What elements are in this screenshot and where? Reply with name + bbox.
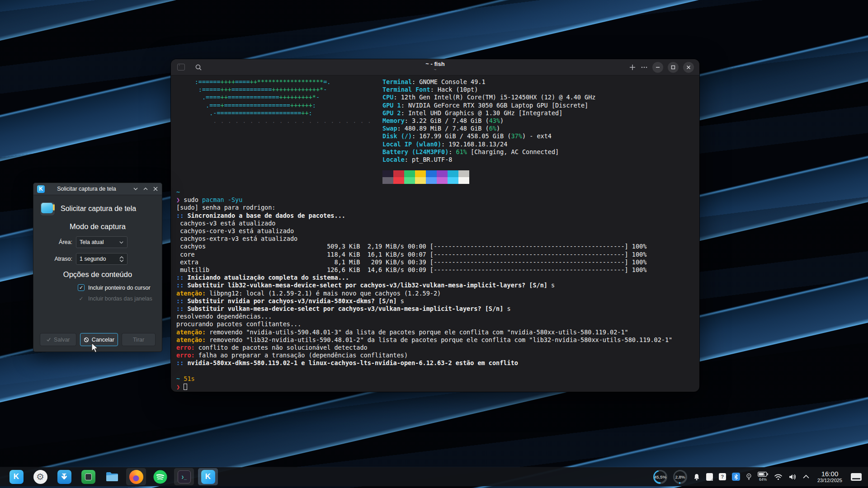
palette-swatch bbox=[404, 177, 415, 184]
gear-icon: ⚙ bbox=[33, 470, 47, 484]
dialog-close-icon[interactable] bbox=[153, 186, 158, 192]
shade-icon[interactable] bbox=[143, 186, 148, 192]
system-settings-button[interactable]: ⚙ bbox=[30, 468, 50, 485]
menu-icon[interactable] bbox=[641, 64, 648, 71]
cpu-tool-button[interactable] bbox=[78, 468, 98, 485]
digital-clock[interactable]: 16:00 23/12/2025 bbox=[817, 470, 842, 483]
delay-spinbox[interactable]: 1 segundo bbox=[76, 253, 127, 265]
include-pointer-checkbox[interactable]: ✓ Incluir ponteiro do cursor bbox=[78, 284, 156, 291]
spectacle-task-button[interactable]: K bbox=[198, 468, 218, 485]
terminal-line: .====++==============+++++++++*- bbox=[176, 94, 371, 101]
terminal-line: Memory: 3.22 GiB / 7.48 GiB (43%) bbox=[382, 117, 595, 125]
checkbox-checked-icon[interactable]: ✓ bbox=[78, 284, 85, 291]
terminal-line: resolvendo dependências... bbox=[176, 313, 694, 320]
console-task-button[interactable]: ❯_ bbox=[174, 468, 194, 485]
clock-date: 23/12/2025 bbox=[817, 478, 842, 483]
terminal-line: :: Substituir vulkan-mesa-device-select … bbox=[176, 305, 694, 313]
area-select[interactable]: Tela atual bbox=[76, 236, 127, 248]
discover-button[interactable] bbox=[54, 468, 74, 485]
screenshot-dialog[interactable]: K Solicitar captura de tela Solicitar ca… bbox=[33, 183, 162, 352]
terminal-line: ❯ bbox=[176, 383, 694, 391]
notifications-bell-icon[interactable] bbox=[693, 473, 700, 481]
spectacle-kde-icon: K bbox=[201, 470, 215, 484]
terminal-cursor bbox=[184, 384, 187, 390]
terminal-line: atenção: removendo "lib32-nvidia-utils-5… bbox=[176, 336, 694, 344]
terminal-scrollback: ~❯ sudo pacman -Syu[sudo] senha para rod… bbox=[176, 188, 694, 391]
spin-down-icon[interactable] bbox=[119, 259, 124, 262]
dialog-titlebar[interactable]: K Solicitar captura de tela bbox=[33, 183, 162, 195]
cpu-usage-gauge[interactable]: 2,8% bbox=[673, 470, 687, 484]
palette-swatch bbox=[426, 177, 437, 184]
palette-swatch bbox=[415, 170, 426, 177]
show-desktop-button[interactable] bbox=[851, 473, 862, 481]
palette-swatch bbox=[382, 170, 393, 177]
expand-tray-chevron-icon[interactable] bbox=[802, 474, 810, 479]
content-options-heading: Opções de conteúdo bbox=[40, 270, 156, 279]
discover-arrow-icon bbox=[57, 470, 71, 484]
palette-swatch bbox=[437, 170, 448, 177]
tab-overview-icon[interactable] bbox=[177, 64, 185, 70]
volume-icon[interactable] bbox=[788, 474, 797, 480]
maximize-button[interactable] bbox=[668, 62, 679, 73]
terminal-line: cachyos 509,3 KiB 2,19 MiB/s 00:00 [----… bbox=[176, 243, 694, 250]
battery-icon bbox=[758, 472, 768, 477]
terminal-content[interactable]: :======++++====++******************=. :=… bbox=[171, 75, 699, 391]
terminal-line: CPU: 12th Gen Intel(R) Core(TM) i5-12450… bbox=[382, 94, 595, 101]
terminal-line: .===+==================++++++: bbox=[176, 102, 371, 109]
clock-time: 16:00 bbox=[817, 470, 842, 478]
spin-up-icon[interactable] bbox=[119, 256, 124, 259]
dialog-title: Solicitar captura de tela bbox=[45, 186, 128, 192]
palette-swatch bbox=[382, 177, 393, 184]
terminal-line: .-=======================++: bbox=[176, 109, 371, 117]
terminal-line: ~ 51s bbox=[176, 375, 694, 383]
terminal-icon: ❯_ bbox=[178, 470, 191, 483]
terminal-line: Swap: 480.89 MiB / 7.48 GiB (6%) bbox=[382, 125, 595, 132]
wifi-icon[interactable] bbox=[774, 474, 783, 480]
terminal-line: atenção: removendo "nvidia-utils-590.48.… bbox=[176, 328, 694, 336]
spotify-icon bbox=[153, 470, 167, 484]
palette-swatch bbox=[426, 170, 437, 177]
terminal-line: Disk (/): 167.99 GiB / 458.05 GiB (37%) … bbox=[382, 132, 595, 140]
terminal-line: cachyos-v3 está atualizado bbox=[176, 220, 694, 227]
terminal-window[interactable]: ~ - fish ~ :======++++====++************… bbox=[171, 59, 699, 392]
terminal-line: cachyos-extra-v3 está atualizado bbox=[176, 235, 694, 243]
spotify-button[interactable] bbox=[150, 468, 170, 485]
firefox-icon bbox=[129, 470, 143, 484]
app-launcher-button[interactable]: K bbox=[6, 468, 26, 485]
dolphin-button[interactable] bbox=[102, 468, 122, 485]
mouse-cursor bbox=[90, 343, 100, 354]
terminal-line: :: Sincronizando a base de dados de paco… bbox=[176, 212, 694, 220]
keyboard-backlight-icon[interactable] bbox=[746, 473, 752, 481]
palette-swatch bbox=[448, 177, 458, 184]
new-tab-icon[interactable] bbox=[629, 64, 636, 71]
terminal-line: GPU 1: NVIDIA GeForce RTX 3050 6GB Lapto… bbox=[382, 102, 595, 109]
terminal-line: :======++++====++******************=. bbox=[176, 78, 371, 86]
help-icon[interactable]: ? bbox=[719, 473, 726, 480]
more-actions-icon[interactable] bbox=[133, 186, 138, 192]
terminal-line: :: nvidia-580xx-dkms-580.119.02-1 e linu… bbox=[176, 359, 694, 367]
terminal-titlebar[interactable]: ~ - fish ~ bbox=[171, 59, 699, 75]
delay-value: 1 segundo bbox=[80, 256, 119, 262]
bluetooth-icon[interactable] bbox=[732, 473, 740, 481]
minimize-button[interactable] bbox=[652, 62, 663, 73]
include-borders-label: Incluir bordas das janelas bbox=[88, 296, 152, 302]
delay-label: Atraso: bbox=[40, 256, 72, 262]
search-icon[interactable] bbox=[195, 64, 202, 71]
memory-usage-gauge[interactable]: 45,5% bbox=[653, 470, 667, 484]
save-button: Salvar bbox=[40, 333, 76, 346]
palette-swatch bbox=[458, 170, 469, 177]
capture-mode-heading: Modo de captura bbox=[40, 222, 156, 231]
terminal-line: ❯ sudo pacman -Syu bbox=[176, 196, 694, 204]
battery-indicator[interactable]: 64% bbox=[758, 472, 768, 482]
check-icon bbox=[46, 337, 51, 342]
terminal-line: erro: conflito de pacotes não solucionáv… bbox=[176, 344, 694, 352]
firefox-task-button[interactable] bbox=[126, 468, 146, 485]
terminal-line: Terminal Font: Hack (10pt) bbox=[382, 86, 595, 94]
terminal-line: . . . . . . . . . . . . . . . . . . . . … bbox=[176, 117, 371, 125]
area-label: Área: bbox=[40, 239, 72, 245]
window-subtitle: ~ bbox=[171, 67, 699, 72]
close-button[interactable] bbox=[683, 62, 694, 73]
area-selected-value: Tela atual bbox=[80, 239, 119, 245]
taskbar[interactable]: K ⚙ ❯_ K 45,5% 2,8% bbox=[0, 467, 868, 486]
clipboard-icon[interactable] bbox=[706, 473, 713, 481]
